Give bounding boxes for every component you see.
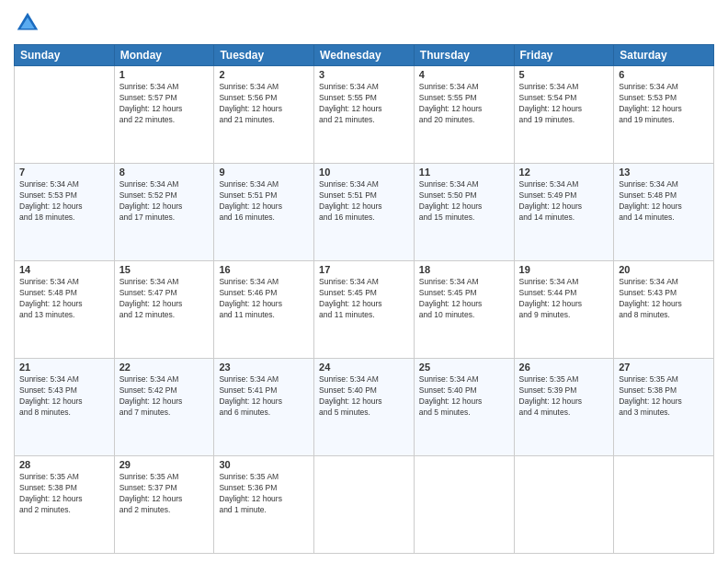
day-info: Sunrise: 5:35 AM Sunset: 5:37 PM Dayligh…	[119, 472, 210, 516]
weekday-header-tuesday: Tuesday	[214, 45, 314, 66]
day-info: Sunrise: 5:35 AM Sunset: 5:38 PM Dayligh…	[619, 374, 709, 419]
day-info: Sunrise: 5:34 AM Sunset: 5:45 PM Dayligh…	[419, 277, 509, 321]
calendar-cell: 25Sunrise: 5:34 AM Sunset: 5:40 PM Dayli…	[414, 359, 514, 456]
day-number: 27	[619, 362, 709, 373]
day-info: Sunrise: 5:34 AM Sunset: 5:47 PM Dayligh…	[119, 277, 210, 321]
day-number: 16	[219, 264, 309, 275]
weekday-header-thursday: Thursday	[414, 45, 514, 66]
weekday-header-row: SundayMondayTuesdayWednesdayThursdayFrid…	[15, 45, 714, 66]
day-number: 13	[619, 167, 709, 178]
day-info: Sunrise: 5:34 AM Sunset: 5:48 PM Dayligh…	[19, 277, 109, 321]
calendar-cell: 20Sunrise: 5:34 AM Sunset: 5:43 PM Dayli…	[614, 261, 714, 359]
day-info: Sunrise: 5:34 AM Sunset: 5:43 PM Dayligh…	[619, 277, 709, 321]
calendar-cell	[414, 456, 514, 554]
day-number: 29	[119, 459, 210, 470]
calendar-cell: 19Sunrise: 5:34 AM Sunset: 5:44 PM Dayli…	[514, 261, 614, 359]
day-info: Sunrise: 5:34 AM Sunset: 5:53 PM Dayligh…	[619, 82, 709, 126]
calendar-cell	[514, 456, 614, 554]
logo-icon	[14, 9, 41, 37]
day-info: Sunrise: 5:34 AM Sunset: 5:45 PM Dayligh…	[319, 277, 409, 321]
day-info: Sunrise: 5:34 AM Sunset: 5:50 PM Dayligh…	[419, 179, 509, 224]
day-info: Sunrise: 5:34 AM Sunset: 5:41 PM Dayligh…	[219, 374, 309, 419]
calendar-cell: 5Sunrise: 5:34 AM Sunset: 5:54 PM Daylig…	[514, 66, 614, 164]
calendar-cell: 12Sunrise: 5:34 AM Sunset: 5:49 PM Dayli…	[514, 164, 614, 261]
day-number: 17	[319, 264, 409, 275]
calendar-cell: 21Sunrise: 5:34 AM Sunset: 5:43 PM Dayli…	[15, 359, 115, 456]
day-info: Sunrise: 5:34 AM Sunset: 5:48 PM Dayligh…	[619, 179, 709, 224]
day-info: Sunrise: 5:34 AM Sunset: 5:57 PM Dayligh…	[119, 82, 210, 126]
calendar-cell: 1Sunrise: 5:34 AM Sunset: 5:57 PM Daylig…	[114, 66, 214, 164]
calendar-cell: 27Sunrise: 5:35 AM Sunset: 5:38 PM Dayli…	[614, 359, 714, 456]
calendar-cell: 16Sunrise: 5:34 AM Sunset: 5:46 PM Dayli…	[214, 261, 314, 359]
day-info: Sunrise: 5:34 AM Sunset: 5:40 PM Dayligh…	[319, 374, 409, 419]
day-info: Sunrise: 5:34 AM Sunset: 5:55 PM Dayligh…	[319, 82, 409, 126]
day-number: 6	[619, 69, 709, 80]
calendar-cell: 22Sunrise: 5:34 AM Sunset: 5:42 PM Dayli…	[114, 359, 214, 456]
calendar-cell: 24Sunrise: 5:34 AM Sunset: 5:40 PM Dayli…	[314, 359, 415, 456]
day-number: 4	[419, 69, 509, 80]
calendar-cell: 7Sunrise: 5:34 AM Sunset: 5:53 PM Daylig…	[15, 164, 115, 261]
day-number: 5	[519, 69, 609, 80]
weekday-header-monday: Monday	[114, 45, 214, 66]
calendar-cell: 17Sunrise: 5:34 AM Sunset: 5:45 PM Dayli…	[314, 261, 415, 359]
day-info: Sunrise: 5:34 AM Sunset: 5:49 PM Dayligh…	[519, 179, 609, 224]
calendar-cell: 2Sunrise: 5:34 AM Sunset: 5:56 PM Daylig…	[214, 66, 314, 164]
day-number: 9	[219, 167, 309, 178]
calendar-cell: 10Sunrise: 5:34 AM Sunset: 5:51 PM Dayli…	[314, 164, 415, 261]
calendar-cell: 11Sunrise: 5:34 AM Sunset: 5:50 PM Dayli…	[414, 164, 514, 261]
day-number: 26	[519, 362, 609, 373]
calendar-cell: 9Sunrise: 5:34 AM Sunset: 5:51 PM Daylig…	[214, 164, 314, 261]
day-info: Sunrise: 5:34 AM Sunset: 5:46 PM Dayligh…	[219, 277, 309, 321]
day-info: Sunrise: 5:34 AM Sunset: 5:43 PM Dayligh…	[19, 374, 109, 419]
day-info: Sunrise: 5:35 AM Sunset: 5:39 PM Dayligh…	[519, 374, 609, 419]
day-info: Sunrise: 5:34 AM Sunset: 5:53 PM Dayligh…	[19, 179, 109, 224]
day-number: 11	[419, 167, 509, 178]
day-number: 8	[119, 167, 210, 178]
calendar: SundayMondayTuesdayWednesdayThursdayFrid…	[14, 44, 714, 554]
day-info: Sunrise: 5:34 AM Sunset: 5:54 PM Dayligh…	[519, 82, 609, 126]
day-info: Sunrise: 5:34 AM Sunset: 5:52 PM Dayligh…	[119, 179, 210, 224]
week-row-4: 21Sunrise: 5:34 AM Sunset: 5:43 PM Dayli…	[15, 359, 714, 456]
calendar-cell: 15Sunrise: 5:34 AM Sunset: 5:47 PM Dayli…	[114, 261, 214, 359]
day-number: 22	[119, 362, 210, 373]
calendar-cell: 4Sunrise: 5:34 AM Sunset: 5:55 PM Daylig…	[414, 66, 514, 164]
calendar-cell: 29Sunrise: 5:35 AM Sunset: 5:37 PM Dayli…	[114, 456, 214, 554]
day-info: Sunrise: 5:34 AM Sunset: 5:51 PM Dayligh…	[319, 179, 409, 224]
header	[14, 9, 714, 37]
day-number: 25	[419, 362, 509, 373]
day-number: 14	[19, 264, 109, 275]
day-number: 19	[519, 264, 609, 275]
day-info: Sunrise: 5:35 AM Sunset: 5:36 PM Dayligh…	[219, 472, 309, 516]
calendar-cell	[314, 456, 415, 554]
weekday-header-friday: Friday	[514, 45, 614, 66]
page: SundayMondayTuesdayWednesdayThursdayFrid…	[0, 0, 728, 563]
logo	[14, 9, 45, 37]
day-info: Sunrise: 5:34 AM Sunset: 5:40 PM Dayligh…	[419, 374, 509, 419]
day-number: 1	[119, 69, 210, 80]
day-info: Sunrise: 5:34 AM Sunset: 5:42 PM Dayligh…	[119, 374, 210, 419]
day-number: 18	[419, 264, 509, 275]
calendar-cell: 28Sunrise: 5:35 AM Sunset: 5:38 PM Dayli…	[15, 456, 115, 554]
calendar-cell: 18Sunrise: 5:34 AM Sunset: 5:45 PM Dayli…	[414, 261, 514, 359]
calendar-cell: 13Sunrise: 5:34 AM Sunset: 5:48 PM Dayli…	[614, 164, 714, 261]
week-row-5: 28Sunrise: 5:35 AM Sunset: 5:38 PM Dayli…	[15, 456, 714, 554]
day-number: 2	[219, 69, 309, 80]
calendar-cell: 23Sunrise: 5:34 AM Sunset: 5:41 PM Dayli…	[214, 359, 314, 456]
week-row-3: 14Sunrise: 5:34 AM Sunset: 5:48 PM Dayli…	[15, 261, 714, 359]
weekday-header-sunday: Sunday	[15, 45, 115, 66]
weekday-header-saturday: Saturday	[614, 45, 714, 66]
calendar-cell: 30Sunrise: 5:35 AM Sunset: 5:36 PM Dayli…	[214, 456, 314, 554]
day-number: 15	[119, 264, 210, 275]
day-number: 24	[319, 362, 409, 373]
day-number: 23	[219, 362, 309, 373]
day-number: 3	[319, 69, 409, 80]
day-info: Sunrise: 5:34 AM Sunset: 5:44 PM Dayligh…	[519, 277, 609, 321]
day-info: Sunrise: 5:34 AM Sunset: 5:55 PM Dayligh…	[419, 82, 509, 126]
day-number: 10	[319, 167, 409, 178]
week-row-1: 1Sunrise: 5:34 AM Sunset: 5:57 PM Daylig…	[15, 66, 714, 164]
calendar-cell: 3Sunrise: 5:34 AM Sunset: 5:55 PM Daylig…	[314, 66, 415, 164]
calendar-cell	[614, 456, 714, 554]
day-info: Sunrise: 5:35 AM Sunset: 5:38 PM Dayligh…	[19, 472, 109, 516]
calendar-cell: 8Sunrise: 5:34 AM Sunset: 5:52 PM Daylig…	[114, 164, 214, 261]
week-row-2: 7Sunrise: 5:34 AM Sunset: 5:53 PM Daylig…	[15, 164, 714, 261]
